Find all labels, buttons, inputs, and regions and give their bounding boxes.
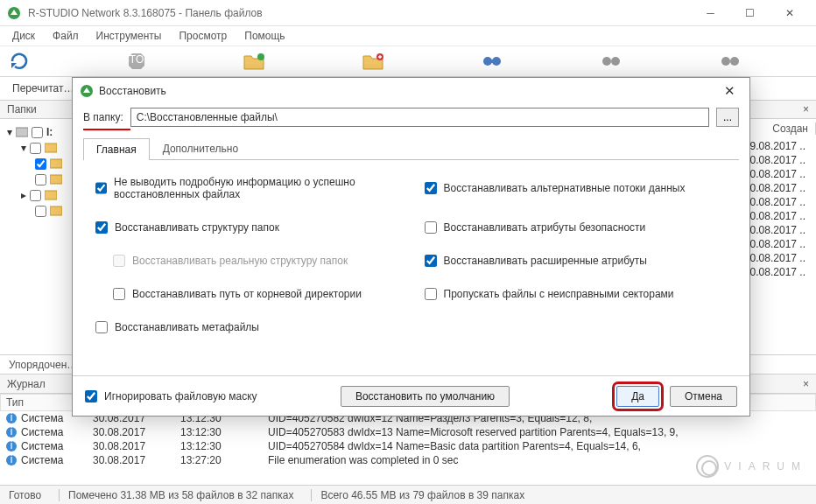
svg-rect-17: [45, 191, 57, 200]
svg-rect-18: [50, 206, 62, 215]
app-icon: [7, 6, 21, 20]
browse-button[interactable]: ...: [716, 108, 739, 127]
log-close-icon[interactable]: ×: [803, 378, 809, 390]
watermark: VIARUM: [696, 455, 807, 478]
svg-point-11: [730, 57, 739, 66]
file-date: 9.08.2017 ..: [750, 140, 805, 152]
chk-root-path[interactable]: Восстанавливать путь от корневой директо…: [95, 288, 398, 300]
dialog-title: Восстановить: [99, 85, 166, 97]
chk-root-path-box[interactable]: [113, 288, 125, 300]
svg-point-10: [721, 57, 730, 66]
files-columns: Создан: [765, 119, 816, 138]
chk-folder-struct[interactable]: Восстанавливать структуру папок: [95, 221, 398, 234]
menu-view[interactable]: Просмотр: [172, 28, 234, 44]
output-path-input[interactable]: [130, 108, 709, 127]
chk-bad-sectors-box[interactable]: [425, 288, 437, 300]
find-prev-icon[interactable]: [601, 49, 623, 74]
chk-sec-attrs-box[interactable]: [425, 221, 437, 234]
toolbar: STOP »: [0, 46, 816, 77]
folder-open-icon[interactable]: [243, 49, 266, 74]
defaults-button[interactable]: Восстановить по умолчанию: [341, 386, 510, 407]
window-title: R-STUDIO Network 8.3.168075 - Панель фай…: [28, 7, 691, 19]
log-cell-text: UID=405270583 dwIdx=13 Name=Microsoft re…: [263, 425, 816, 439]
chk-alt-streams-box[interactable]: [425, 182, 437, 194]
log-cell-time: 13:12:30: [175, 439, 263, 453]
chk-ext-attrs[interactable]: Восстанавливать расширенные атрибуты: [425, 255, 728, 267]
chk-real-struct: Восстанавливать реальную структуру папок: [95, 255, 398, 267]
drive-label: I:: [46, 126, 53, 138]
chk-sec-attrs[interactable]: Восстанавливать атрибуты безопасности: [425, 221, 728, 234]
find-icon[interactable]: [482, 49, 504, 74]
folder-icon: [45, 190, 57, 200]
chk-alt-streams-label: Восстанавливать альтернативные потоки да…: [444, 182, 686, 194]
menu-tools[interactable]: Инструменты: [89, 28, 169, 44]
tree-check[interactable]: [30, 143, 41, 154]
reread-label[interactable]: Перечитат…: [7, 80, 79, 96]
log-cell-type: iСистема: [0, 425, 88, 439]
file-date: 0.08.2017 ..: [750, 168, 805, 180]
chk-ignore-mask[interactable]: Игнорировать файловую маску: [85, 390, 257, 402]
sort-label: Упорядочен…: [9, 359, 77, 371]
chk-no-detail-box[interactable]: [95, 182, 107, 194]
svg-point-5: [483, 57, 492, 66]
svg-point-3: [257, 53, 264, 60]
chk-alt-streams[interactable]: Восстанавливать альтернативные потоки да…: [425, 176, 728, 200]
menu-help[interactable]: Помощь: [237, 28, 292, 44]
svg-text:i: i: [11, 412, 13, 424]
chk-metafiles-box[interactable]: [95, 321, 108, 333]
tree-check[interactable]: [32, 127, 43, 138]
chk-bad-sectors[interactable]: Пропускать файлы с неисправными секторам…: [425, 288, 728, 300]
folder-icon: [50, 174, 62, 185]
status-marked: Помечено 31.38 MB из 58 файлов в 32 папк…: [59, 489, 293, 501]
svg-point-8: [602, 57, 611, 66]
folder-icon: [50, 206, 62, 216]
close-button[interactable]: ✕: [770, 0, 809, 26]
tree-check[interactable]: [30, 190, 41, 201]
menu-disk[interactable]: Диск: [5, 28, 42, 44]
watermark-text: VIARUM: [724, 460, 807, 472]
titlebar: R-STUDIO Network 8.3.168075 - Панель фай…: [0, 0, 816, 26]
output-path-label: В папку:: [83, 111, 123, 123]
dialog-close-icon[interactable]: ✕: [716, 83, 742, 99]
file-dates: 9.08.2017 ..0.08.2017 ..0.08.2017 ..0.08…: [750, 140, 805, 278]
folder-recover-icon[interactable]: [362, 49, 385, 74]
maximize-button[interactable]: ☐: [730, 0, 770, 26]
chk-root-path-label: Восстанавливать путь от корневой директо…: [132, 288, 362, 300]
stop-icon[interactable]: STOP: [126, 49, 147, 74]
log-cell-time: 13:27:20: [175, 453, 263, 467]
chk-no-detail[interactable]: Не выводить подробную информацию о успеш…: [95, 176, 398, 200]
svg-rect-14: [45, 144, 57, 152]
tree-check[interactable]: [35, 174, 46, 186]
chk-sec-attrs-label: Восстанавливать атрибуты безопасности: [444, 221, 646, 234]
folders-close-icon[interactable]: ×: [803, 103, 809, 116]
find-next-icon[interactable]: [720, 49, 742, 74]
file-date: 0.08.2017 ..: [750, 182, 805, 194]
file-date: 0.08.2017 ..: [750, 224, 805, 236]
folder-icon: [50, 158, 62, 169]
chk-ext-attrs-box[interactable]: [425, 255, 437, 267]
log-header-label: Журнал: [7, 378, 46, 390]
menu-file[interactable]: Файл: [46, 28, 86, 44]
recover-dialog: Восстановить ✕ В папку: ... Главная Допо…: [72, 77, 750, 416]
chk-bad-sectors-label: Пропускать файлы с неисправными секторам…: [444, 288, 674, 300]
drive-icon: [16, 127, 28, 137]
chk-metafiles[interactable]: Восстанавливать метафайлы: [95, 321, 398, 333]
svg-text:i: i: [11, 440, 13, 452]
log-cell-date: 30.08.2017: [88, 453, 175, 467]
cancel-button[interactable]: Отмена: [670, 386, 737, 407]
tab-main[interactable]: Главная: [83, 138, 150, 160]
refresh-icon[interactable]: [9, 49, 30, 74]
chk-folder-struct-box[interactable]: [95, 221, 108, 234]
chk-ignore-mask-box[interactable]: [85, 390, 97, 402]
tree-check[interactable]: [35, 158, 46, 170]
ok-button[interactable]: Да: [616, 386, 659, 407]
file-date: 0.08.2017 ..: [750, 252, 805, 264]
minimize-button[interactable]: ─: [691, 0, 730, 26]
menubar: Диск Файл Инструменты Просмотр Помощь: [0, 26, 816, 46]
log-cell-text: UID=405270584 dwIdx=14 Name=Basic data p…: [263, 439, 816, 453]
dialog-tabs: Главная Дополнительно: [83, 137, 739, 160]
col-created[interactable]: Создан: [765, 122, 816, 135]
log-cell-date: 30.08.2017: [88, 425, 175, 439]
tree-check[interactable]: [35, 206, 46, 217]
tab-extra[interactable]: Дополнительно: [150, 137, 251, 159]
